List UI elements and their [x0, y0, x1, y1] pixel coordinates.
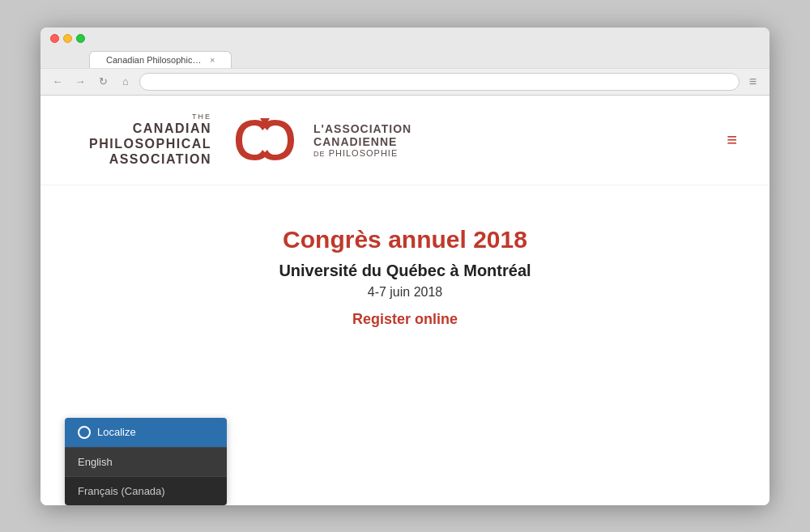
university-name: Université du Québec à Montréal	[279, 262, 531, 280]
browser-toolbar: ← → ↻ ⌂ ≡	[40, 68, 770, 95]
address-bar[interactable]	[139, 73, 740, 91]
logo-container: THE CANADIAN PHILOSOPHICAL ASSOCIATION	[89, 112, 411, 168]
cpa-logo-symbol	[232, 112, 297, 168]
logo-the: THE	[89, 113, 211, 121]
minimize-button[interactable]	[63, 34, 72, 43]
browser-chrome: Canadian Philosophical Association × ← →…	[40, 28, 770, 96]
congress-title: Congrès annuel 2018	[283, 226, 527, 253]
maximize-button[interactable]	[76, 34, 85, 43]
localize-label: Localize	[97, 426, 136, 438]
home-button[interactable]: ⌂	[117, 73, 134, 91]
tab-bar: Canadian Philosophical Association ×	[40, 51, 770, 68]
browser-menu-icon[interactable]: ≡	[744, 73, 761, 91]
site-header: THE CANADIAN PHILOSOPHICAL ASSOCIATION	[40, 96, 770, 185]
close-button[interactable]	[50, 34, 59, 43]
register-link[interactable]: Register online	[352, 311, 458, 328]
logo-canadienne: CANADIENNE	[313, 135, 411, 148]
localize-circle-icon	[78, 426, 91, 439]
logo-de-philo: DE PHILOSOPHIE	[313, 148, 411, 158]
browser-window: Canadian Philosophical Association × ← →…	[40, 28, 770, 505]
forward-button[interactable]: →	[71, 73, 89, 91]
logo-text-left: THE CANADIAN PHILOSOPHICAL ASSOCIATION	[89, 113, 211, 168]
refresh-button[interactable]: ↻	[94, 73, 112, 91]
localize-option-french[interactable]: Français (Canada)	[65, 476, 227, 505]
logo-text-right: L'ASSOCIATION CANADIENNE DE PHILOSOPHIE	[313, 122, 411, 158]
main-content: Congrès annuel 2018 Université du Québec…	[40, 185, 770, 352]
localize-dropdown: Localize English Français (Canada)	[65, 418, 227, 505]
event-date: 4-7 juin 2018	[368, 285, 443, 300]
browser-tab[interactable]: Canadian Philosophical Association ×	[89, 51, 232, 68]
tab-close-icon[interactable]: ×	[210, 55, 215, 65]
website-content: THE CANADIAN PHILOSOPHICAL ASSOCIATION	[40, 96, 770, 505]
localize-header-button[interactable]: Localize	[65, 418, 227, 447]
browser-titlebar	[40, 28, 770, 48]
logo-lassociation: L'ASSOCIATION	[313, 122, 411, 135]
logo-main-name: CANADIAN PHILOSOPHICAL ASSOCIATION	[89, 121, 211, 168]
tab-label: Canadian Philosophical Association	[106, 55, 203, 65]
localize-option-english[interactable]: English	[65, 447, 227, 476]
traffic-lights	[50, 34, 85, 43]
hamburger-menu-icon[interactable]: ≡	[727, 131, 737, 149]
back-button[interactable]: ←	[49, 73, 66, 91]
